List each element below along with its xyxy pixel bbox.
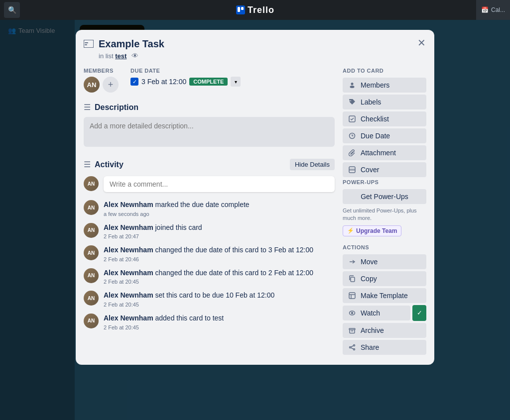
- activity-item: AN Alex Newnham added this card to test …: [84, 314, 335, 330]
- list-name-link[interactable]: test: [115, 52, 127, 60]
- activity-action-2: joined this card: [155, 223, 202, 231]
- watch-row: Watch ✓: [343, 305, 426, 321]
- members-label: MEMBERS: [84, 68, 119, 74]
- activity-action-4: changed the due date of this card to 2 F…: [155, 269, 313, 277]
- watch-button[interactable]: Watch: [343, 306, 410, 320]
- upgrade-text: Get unlimited Power-Ups, plus much more.: [343, 207, 426, 222]
- attachment-icon: [348, 149, 357, 156]
- svg-rect-14: [349, 293, 355, 299]
- comment-avatar: AN: [84, 176, 99, 191]
- archive-icon: [348, 327, 357, 334]
- watch-eye-icon: 👁: [131, 52, 138, 60]
- cover-button[interactable]: Cover: [343, 162, 426, 177]
- due-date-btn-label: Due Date: [361, 132, 390, 140]
- member-avatar[interactable]: AN: [84, 77, 100, 93]
- activity-user-1: Alex Newnham: [104, 201, 153, 209]
- trello-logo: Trello: [236, 5, 274, 15]
- upgrade-team-badge[interactable]: ⚡ Upgrade Team: [343, 225, 401, 236]
- svg-rect-19: [349, 328, 355, 330]
- move-button[interactable]: Move: [343, 254, 426, 269]
- make-template-button[interactable]: Make Template: [343, 288, 426, 303]
- watch-check-button[interactable]: ✓: [412, 305, 426, 321]
- trello-logo-text: Trello: [248, 5, 274, 15]
- copy-icon: [348, 275, 357, 282]
- search-icon: 🔍: [8, 6, 16, 14]
- copy-button[interactable]: Copy: [343, 271, 426, 286]
- checklist-button[interactable]: Checklist: [343, 111, 426, 126]
- move-btn-label: Move: [361, 258, 378, 266]
- activity-time-6: 2 Feb at 20:45: [104, 324, 224, 330]
- activity-item: AN Alex Newnham joined this card 2 Feb a…: [84, 223, 335, 240]
- due-date-checkbox[interactable]: ✓: [130, 78, 138, 86]
- watch-btn-label: Watch: [361, 309, 380, 317]
- activity-time-4: 2 Feb at 20:45: [104, 279, 313, 285]
- due-date-button[interactable]: Due Date: [343, 128, 426, 143]
- due-date-row: ✓ 3 Feb at 12:00 COMPLETE ▾: [130, 77, 241, 87]
- svg-line-25: [351, 348, 354, 349]
- activity-avatar-5: AN: [84, 291, 99, 306]
- add-icon: +: [108, 80, 114, 90]
- members-icon: [348, 82, 357, 89]
- modal-close-button[interactable]: ✕: [414, 36, 428, 50]
- due-date-section: DUE DATE ✓ 3 Feb at 12:00 COMPLETE ▾: [130, 68, 241, 93]
- svg-rect-0: [236, 5, 245, 14]
- activity-time-2: 2 Feb at 20:47: [104, 233, 202, 239]
- due-date-label: DUE DATE: [130, 68, 241, 74]
- activity-action-5: set this card to be due 10 Feb at 12:00: [155, 291, 274, 299]
- avatar-face: AN: [84, 77, 100, 93]
- svg-point-6: [351, 83, 354, 85]
- hide-details-button[interactable]: Hide Details: [290, 159, 335, 170]
- calendar-button[interactable]: 📅 Cal...: [476, 0, 510, 20]
- members-row: AN +: [84, 77, 119, 93]
- activity-avatar-6: AN: [84, 314, 99, 328]
- activity-time-1: a few seconds ago: [104, 211, 250, 217]
- card-title[interactable]: Example Task: [99, 38, 164, 50]
- activity-icon: ☰: [84, 160, 91, 169]
- activity-avatar-1: AN: [84, 200, 99, 215]
- due-date-dropdown[interactable]: ▾: [231, 77, 241, 87]
- svg-rect-4: [85, 42, 88, 43]
- actions-label: ACTIONS: [343, 244, 426, 250]
- topbar: 🔍 Trello 📅 Cal...: [0, 0, 510, 20]
- activity-item: AN Alex Newnham changed the due date of …: [84, 268, 335, 285]
- svg-point-22: [350, 346, 351, 348]
- activity-title-row: ☰ Activity: [84, 160, 124, 169]
- modal-sidebar: ADD TO CARD Members Labels: [343, 68, 426, 357]
- activity-avatar-3: AN: [84, 245, 99, 260]
- share-button[interactable]: Share: [343, 340, 426, 355]
- upgrade-icon: ⚡: [347, 227, 354, 234]
- search-button[interactable]: 🔍: [4, 2, 20, 18]
- comment-input[interactable]: [104, 176, 335, 192]
- labels-button[interactable]: Labels: [343, 95, 426, 109]
- members-section: MEMBERS AN +: [84, 68, 119, 93]
- archive-btn-label: Archive: [361, 326, 384, 334]
- share-icon: [348, 344, 357, 351]
- description-input[interactable]: [84, 117, 335, 147]
- svg-point-23: [354, 348, 355, 350]
- topbar-right: 📅 Cal...: [476, 0, 510, 20]
- due-date-icon: [348, 132, 357, 139]
- members-button[interactable]: Members: [343, 78, 426, 93]
- description-header: ☰ Description: [84, 103, 335, 112]
- modal-overlay: ✕ Example Task in list test 👁: [0, 20, 510, 420]
- card-icon: [84, 40, 94, 50]
- activity-user-5: Alex Newnham: [104, 291, 153, 299]
- add-to-card-label: ADD TO CARD: [343, 68, 426, 74]
- activity-user-2: Alex Newnham: [104, 223, 153, 231]
- move-icon: [348, 258, 357, 265]
- subtitle-prefix: in list: [99, 52, 114, 60]
- modal-header: Example Task in list test 👁: [84, 38, 426, 60]
- svg-point-18: [352, 312, 353, 314]
- get-powerups-button[interactable]: Get Power-Ups: [343, 189, 426, 204]
- share-btn-label: Share: [361, 343, 379, 351]
- add-member-button[interactable]: +: [103, 77, 119, 93]
- modal-title-area: Example Task in list test 👁: [99, 38, 164, 60]
- activity-header: ☰ Activity Hide Details: [84, 159, 335, 170]
- svg-point-7: [350, 86, 355, 88]
- archive-button[interactable]: Archive: [343, 323, 426, 338]
- card-subtitle: in list test 👁: [99, 52, 164, 60]
- svg-point-21: [354, 344, 355, 346]
- due-date-text: 3 Feb at 12:00: [141, 78, 186, 86]
- attachment-button[interactable]: Attachment: [343, 145, 426, 160]
- hide-details-label: Hide Details: [295, 161, 330, 168]
